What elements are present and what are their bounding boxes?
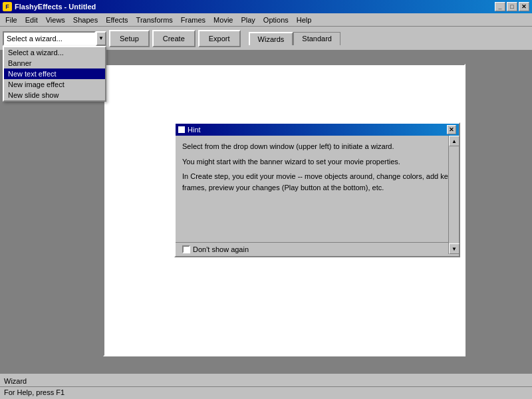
dropdown-arrow-button[interactable]: ▼ — [96, 31, 106, 46]
status-wizard-label: Wizard — [0, 376, 532, 387]
hint-scrollbar: ▲ ▼ — [448, 136, 459, 254]
setup-button[interactable]: Setup — [109, 30, 150, 47]
close-button[interactable]: ✕ — [519, 2, 529, 11]
hint-line-1: Select from the drop down window (upper … — [182, 141, 452, 152]
tab-wizards[interactable]: Wizards — [249, 32, 294, 45]
wizard-dropdown-menu: Select a wizard... Banner New text effec… — [3, 46, 106, 102]
hint-dialog: Hint ✕ Select from the drop down window … — [174, 122, 460, 257]
create-button[interactable]: Create — [152, 30, 196, 47]
wizard-dropdown-container: Select a wizard... ▼ Select a wizard... … — [3, 31, 106, 46]
title-left: F FlashyEffects - Untitled — [3, 2, 96, 11]
dropdown-wrapper: Select a wizard... ▼ — [3, 31, 106, 46]
hint-title-left: Hint — [178, 126, 201, 134]
menu-options[interactable]: Options — [259, 15, 293, 25]
status-help-label: For Help, press F1 — [0, 387, 532, 398]
title-bar: F FlashyEffects - Untitled _ □ ✕ — [0, 0, 532, 13]
minimize-button[interactable]: _ — [495, 2, 505, 11]
hint-titlebar: Hint ✕ — [176, 124, 459, 136]
hint-title-text: Hint — [188, 126, 201, 134]
scroll-down-button[interactable]: ▼ — [449, 243, 460, 254]
menu-bar: File Edit Views Shapes Effects Transform… — [0, 13, 532, 27]
maximize-button[interactable]: □ — [507, 2, 517, 11]
hint-icon — [178, 126, 185, 133]
title-buttons: _ □ ✕ — [495, 2, 529, 11]
scroll-track — [449, 146, 459, 243]
hint-footer: Don't show again — [176, 242, 459, 256]
dropdown-option-new-image-effect[interactable]: New image effect — [4, 79, 105, 90]
dont-show-again-checkbox[interactable] — [182, 245, 190, 253]
title-text: FlashyEffects - Untitled — [15, 3, 96, 11]
toolbar: Select a wizard... ▼ Select a wizard... … — [0, 27, 532, 51]
menu-frames[interactable]: Frames — [177, 15, 209, 25]
hint-close-button[interactable]: ✕ — [447, 125, 456, 134]
dropdown-option-select-wizard[interactable]: Select a wizard... — [4, 47, 105, 58]
status-bar: Wizard For Help, press F1 — [0, 372, 532, 399]
menu-effects[interactable]: Effects — [102, 15, 132, 25]
hint-line-3: In Create step, you edit your movie -- m… — [182, 171, 452, 193]
hint-content: Select from the drop down window (upper … — [176, 136, 459, 242]
dropdown-option-new-text-effect[interactable]: New text effect — [4, 68, 105, 79]
hint-line-2: You might start with the banner wizard t… — [182, 156, 452, 168]
tab-standard[interactable]: Standard — [293, 32, 340, 45]
menu-transforms[interactable]: Transforms — [132, 15, 177, 25]
menu-shapes[interactable]: Shapes — [69, 15, 102, 25]
menu-play[interactable]: Play — [237, 15, 259, 25]
menu-views[interactable]: Views — [42, 15, 69, 25]
menu-edit[interactable]: Edit — [21, 15, 42, 25]
app-icon: F — [3, 2, 12, 11]
dont-show-again-label: Don't show again — [193, 245, 249, 253]
menu-help[interactable]: Help — [293, 15, 316, 25]
dropdown-option-banner[interactable]: Banner — [4, 58, 105, 68]
dropdown-selected-text: Select a wizard... — [7, 35, 63, 43]
dropdown-option-new-slide-show[interactable]: New slide show — [4, 90, 105, 100]
wizard-dropdown-select[interactable]: Select a wizard... — [3, 31, 96, 46]
menu-file[interactable]: File — [1, 15, 21, 25]
view-tabs: Wizards Standard — [249, 32, 340, 45]
export-button[interactable]: Export — [198, 30, 241, 47]
scroll-up-button[interactable]: ▲ — [449, 136, 460, 146]
menu-movie[interactable]: Movie — [209, 15, 237, 25]
